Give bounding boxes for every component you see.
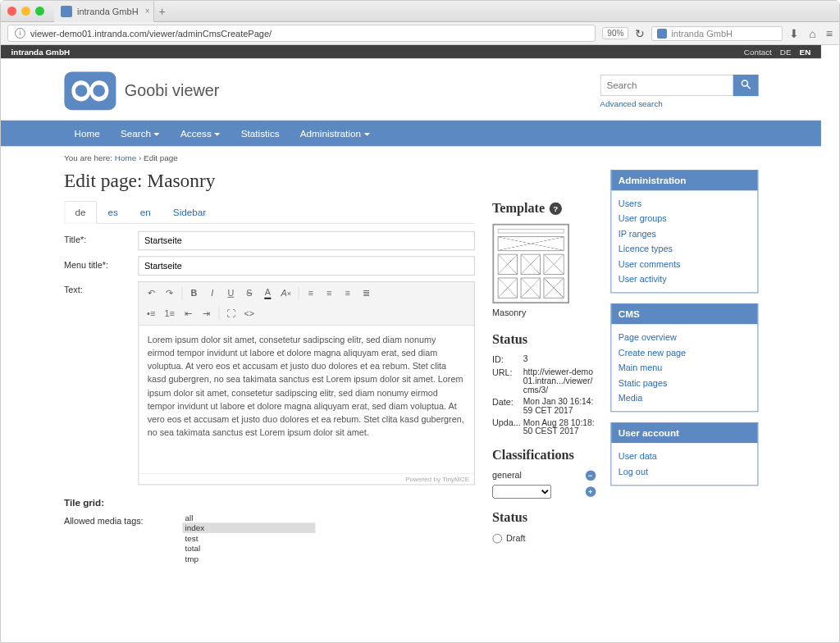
search-input[interactable] [600,75,733,96]
admin-link-users[interactable]: Users [619,197,750,212]
italic-icon[interactable]: I [204,285,221,302]
media-tag-item[interactable]: total [182,544,315,554]
logo[interactable]: Goobi viewer [64,71,219,110]
browser-search-field[interactable]: intranda GmbH [651,26,783,41]
text-label: Text: [64,281,138,295]
traffic-light-zoom[interactable] [35,7,44,16]
tile-grid-heading: Tile grid: [64,497,474,508]
indent-icon[interactable]: ⇥ [199,306,215,322]
tab-es[interactable]: es [97,201,129,224]
media-tag-item[interactable]: tmp [182,554,315,564]
advanced-search-link[interactable]: Advanced search [600,98,758,107]
admin-link-user-comments[interactable]: User comments [619,257,750,271]
underline-icon[interactable]: U [222,285,239,302]
align-justify-icon[interactable]: ≣ [358,285,374,302]
cms-link-main-menu[interactable]: Main menu [619,360,750,375]
traffic-light-close[interactable] [7,7,16,16]
cms-link-media[interactable]: Media [619,390,750,405]
fullscreen-icon[interactable]: ⛶ [222,306,239,322]
help-icon[interactable]: ? [550,203,562,215]
main-nav: Home Search Access Statistics Administra… [1,121,821,147]
menu-title-label: Menu title*: [64,256,138,270]
nav-administration[interactable]: Administration [290,121,380,147]
nav-access[interactable]: Access [170,121,231,147]
strike-icon[interactable]: S [241,285,258,302]
nav-statistics[interactable]: Statistics [231,121,290,147]
nav-home[interactable]: Home [64,121,110,147]
editor-toolbar: ↶ ↷ B I U S A [139,282,474,326]
account-link-log-out[interactable]: Log out [619,464,750,479]
menu-title-input[interactable] [138,256,474,275]
media-tags-list[interactable]: all index test total tmp [182,513,315,564]
number-list-icon[interactable]: 1≡ [162,306,178,322]
download-icon[interactable]: ⬇ [789,27,799,40]
admin-link-user-groups[interactable]: User groups [619,212,750,226]
editor-body[interactable]: Lorem ipsum dolor sit amet, consetetur s… [139,326,474,473]
template-heading: Template ? [492,201,596,217]
contact-link[interactable]: Contact [744,48,772,57]
traffic-light-minimize[interactable] [21,7,30,16]
align-right-icon[interactable]: ≡ [340,285,356,302]
cms-link-static-pages[interactable]: Static pages [619,376,750,390]
classifications-heading: Classifications [492,448,596,463]
media-tag-item[interactable]: test [182,533,315,544]
new-tab-button[interactable]: + [159,5,166,18]
lang-en[interactable]: EN [800,48,811,57]
template-thumbnail[interactable] [492,224,569,303]
remove-classification-icon[interactable]: − [585,470,596,481]
cms-link-page-overview[interactable]: Page overview [619,331,750,345]
tab-sidebar[interactable]: Sidebar [162,201,217,224]
page-title: Edit page: Masonry [64,170,596,192]
cms-link-create-page[interactable]: Create new page [619,345,750,360]
status-id-value: 3 [523,354,596,365]
align-left-icon[interactable]: ≡ [303,285,319,302]
url-field[interactable]: i viewer-demo01.intranda.com/viewer/admi… [7,25,596,42]
address-bar: i viewer-demo01.intranda.com/viewer/admi… [1,22,839,45]
status-heading: Status [492,331,596,347]
cms-panel-title: CMS [611,304,757,324]
lang-de[interactable]: DE [780,48,792,57]
nav-search[interactable]: Search [110,121,170,147]
meta-brand: intranda GmbH [11,48,71,57]
undo-icon[interactable]: ↶ [143,285,159,302]
tab-de[interactable]: de [64,201,97,224]
search-button[interactable] [733,75,758,96]
title-label: Title*: [64,231,138,245]
tab-close-icon[interactable]: × [145,7,150,16]
bold-icon[interactable]: B [185,285,202,302]
outdent-icon[interactable]: ⇤ [180,306,196,322]
clearformat-icon[interactable]: A× [278,285,294,302]
reload-icon[interactable]: ↻ [635,27,645,40]
breadcrumb-home[interactable]: Home [115,153,136,162]
search-favicon [657,29,667,39]
account-link-user-data[interactable]: User data [619,449,750,464]
meta-bar: intranda GmbH Contact DE EN [1,45,821,58]
template-name: Masonry [492,308,596,318]
admin-link-ip-ranges[interactable]: IP ranges [619,226,750,241]
bullet-list-icon[interactable]: •≡ [143,306,159,322]
status-draft-radio[interactable] [492,533,502,543]
media-tag-item[interactable]: index [182,522,315,533]
admin-link-licence-types[interactable]: Licence types [619,242,750,257]
admin-link-user-activity[interactable]: User activity [619,271,750,286]
svg-point-0 [742,80,747,86]
classification-select[interactable] [492,485,551,498]
title-input[interactable] [138,231,474,250]
code-icon[interactable]: <> [241,306,258,322]
site-info-icon[interactable]: i [15,28,25,39]
add-classification-icon[interactable]: + [585,486,596,497]
home-icon[interactable]: ⌂ [809,27,815,40]
media-tag-item[interactable]: all [182,513,315,523]
user-account-panel-title: User account [611,423,757,443]
rich-text-editor: ↶ ↷ B I U S A [138,281,474,485]
status-url-value: http://viewer-demo01.intran.../viewer/cm… [523,367,596,394]
tab-en[interactable]: en [129,201,162,224]
redo-icon[interactable]: ↷ [162,285,178,302]
svg-line-1 [746,85,750,89]
admin-panel-title: Administration [611,171,757,190]
menu-icon[interactable]: ≡ [826,27,833,40]
browser-tab[interactable]: intranda GmbH × [54,1,154,22]
align-center-icon[interactable]: ≡ [321,285,337,302]
textcolor-icon[interactable]: A [259,285,276,302]
zoom-level[interactable]: 90% [602,27,628,39]
